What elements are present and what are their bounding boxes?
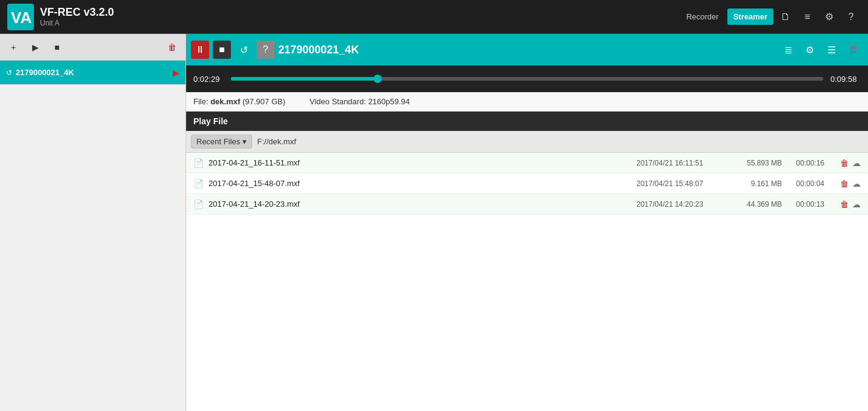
file-size-cell: 44.369 MB — [727, 200, 782, 209]
help-icon: ? — [849, 12, 854, 22]
help-button[interactable]: ? — [841, 7, 861, 27]
play-icon: ▶ — [32, 42, 39, 52]
sidebar-toolbar: + ▶ ■ 🗑 — [0, 34, 185, 61]
sidebar: + ▶ ■ 🗑 ↺ 2179000021_4K ▶ — [0, 34, 186, 411]
file-delete-button[interactable]: 🗑 — [840, 179, 849, 189]
settings-icon: ⚙ — [806, 44, 814, 56]
header-right: Recorder Streamer 🗋 ≡ ⚙ ? — [680, 7, 861, 27]
video-standard: 2160p59.94 — [368, 97, 410, 106]
file-duration-cell: 00:00:13 — [782, 200, 824, 209]
delete-icon: 🗑 — [849, 44, 858, 55]
file-icon: 📄 — [193, 158, 204, 168]
file-name: dek.mxf — [210, 97, 240, 106]
total-time: 0:09:58 — [830, 75, 861, 84]
gear-icon: ⚙ — [825, 11, 833, 22]
current-time: 0:02:29 — [193, 75, 224, 84]
file-actions: 🗑 ☁ — [824, 158, 861, 168]
settings-button[interactable]: ⚙ — [820, 7, 839, 27]
recent-files-label: Recent Files — [196, 137, 240, 146]
add-channel-button[interactable]: + — [5, 39, 22, 56]
play-file-toolbar: Recent Files ▾ — [186, 131, 868, 153]
file-name-cell: 2017-04-21_16-11-51.mxf — [209, 158, 636, 167]
file-size-cell: 9.161 MB — [727, 179, 782, 188]
channel-play-indicator: ▶ — [173, 68, 179, 78]
file-actions: 🗑 ☁ — [824, 179, 861, 189]
video-standard-label: Video Standard: 2160p59.94 — [310, 97, 410, 106]
main-layout: + ▶ ■ 🗑 ↺ 2179000021_4K ▶ ⏸ — [0, 34, 868, 411]
question-icon: ? — [263, 44, 269, 55]
play-file-header: Play File — [186, 112, 868, 131]
dropdown-icon: ▾ — [242, 137, 247, 146]
content-settings-button[interactable]: ⚙ — [800, 40, 820, 59]
delete-icon: 🗑 — [168, 42, 176, 52]
file-upload-button[interactable]: ☁ — [852, 199, 861, 209]
menu-icon: ☰ — [827, 44, 836, 56]
file-date-cell: 2017/04/21 16:11:51 — [636, 159, 727, 167]
loop-button[interactable]: ↺ — [235, 41, 253, 59]
content-menu-button[interactable]: ☰ — [822, 40, 841, 59]
file-name-label: File: dek.mxf (97.907 GB) — [193, 97, 285, 106]
file-size-cell: 55.893 MB — [727, 159, 782, 167]
app-header: VA VF-REC v3.2.0 Unit A Recorder Streame… — [0, 0, 868, 34]
app-title: VF-REC v3.2.0 — [40, 6, 114, 19]
play-file-title: Play File — [193, 116, 228, 126]
list-button[interactable]: ≡ — [798, 7, 817, 27]
app-logo: VA — [7, 4, 34, 30]
content-header-right: ≣ ⚙ ☰ 🗑 — [778, 40, 863, 59]
stop-icon: ■ — [55, 42, 59, 52]
channel-name: 2179000021_4K — [16, 68, 169, 77]
unknown-button[interactable]: ? — [256, 41, 275, 59]
progress-section: 0:02:29 0:09:58 — [186, 65, 868, 92]
file-info-bar: File: dek.mxf (97.907 GB) Video Standard… — [186, 92, 868, 112]
file-date-cell: 2017/04/21 14:20:23 — [636, 200, 727, 209]
content-header: ⏸ ■ ↺ ? 2179000021_4K ≣ ⚙ ☰ — [186, 34, 868, 65]
file-date-cell: 2017/04/21 15:48:07 — [636, 179, 727, 188]
channel-item[interactable]: ↺ 2179000021_4K ▶ — [0, 61, 185, 85]
stop-icon: ■ — [219, 44, 225, 55]
file-upload-button[interactable]: ☁ — [852, 179, 861, 189]
file-name-cell: 2017-04-21_14-20-23.mxf — [209, 199, 636, 209]
file-list-row[interactable]: 📄 2017-04-21_14-20-23.mxf 2017/04/21 14:… — [186, 194, 868, 215]
app-title-block: VF-REC v3.2.0 Unit A — [40, 6, 114, 27]
progress-fill — [231, 77, 378, 81]
file-delete-button[interactable]: 🗑 — [840, 158, 849, 168]
file-list-row[interactable]: 📄 2017-04-21_16-11-51.mxf 2017/04/21 16:… — [186, 153, 868, 173]
content-list-button[interactable]: ≣ — [778, 40, 798, 59]
logo-area: VA VF-REC v3.2.0 Unit A — [7, 4, 114, 30]
pause-button[interactable]: ⏸ — [191, 41, 209, 59]
file-icon: 📄 — [193, 199, 204, 209]
app-subtitle: Unit A — [40, 19, 114, 27]
new-document-icon: 🗋 — [781, 12, 790, 22]
streamer-button[interactable]: Streamer — [727, 8, 773, 25]
file-duration-cell: 00:00:04 — [782, 179, 824, 188]
play-file-section: Play File Recent Files ▾ 📄 2017-04-21_16… — [186, 112, 868, 411]
play-channel-button[interactable]: ▶ — [27, 39, 44, 56]
progress-thumb[interactable] — [373, 75, 382, 83]
refresh-icon: ↺ — [6, 68, 12, 77]
new-document-button[interactable]: 🗋 — [776, 7, 795, 27]
list-icon: ≣ — [784, 44, 792, 56]
file-list: 📄 2017-04-21_16-11-51.mxf 2017/04/21 16:… — [186, 153, 868, 215]
delete-channel-button[interactable]: 🗑 — [164, 39, 181, 56]
content-delete-button[interactable]: 🗑 — [844, 40, 863, 59]
file-name-cell: 2017-04-21_15-48-07.mxf — [209, 179, 636, 188]
content-title: 2179000021_4K — [278, 44, 775, 56]
recent-files-button[interactable]: Recent Files ▾ — [191, 135, 252, 149]
loop-icon: ↺ — [240, 44, 248, 56]
content-area: ⏸ ■ ↺ ? 2179000021_4K ≣ ⚙ ☰ — [186, 34, 868, 411]
pause-icon: ⏸ — [195, 44, 205, 55]
file-path-input[interactable] — [257, 137, 863, 146]
file-delete-button[interactable]: 🗑 — [840, 199, 849, 209]
file-upload-button[interactable]: ☁ — [852, 158, 861, 168]
recorder-button[interactable]: Recorder — [680, 8, 724, 25]
file-list-row[interactable]: 📄 2017-04-21_15-48-07.mxf 2017/04/21 15:… — [186, 173, 868, 194]
progress-bar[interactable] — [231, 77, 823, 81]
stop-button[interactable]: ■ — [213, 41, 231, 59]
channel-list: ↺ 2179000021_4K ▶ — [0, 61, 185, 411]
list-icon: ≡ — [804, 12, 810, 22]
svg-text:VA: VA — [11, 8, 32, 27]
file-duration-cell: 00:00:16 — [782, 159, 824, 167]
file-actions: 🗑 ☁ — [824, 199, 861, 209]
file-icon: 📄 — [193, 179, 204, 189]
stop-channel-button[interactable]: ■ — [48, 39, 65, 56]
